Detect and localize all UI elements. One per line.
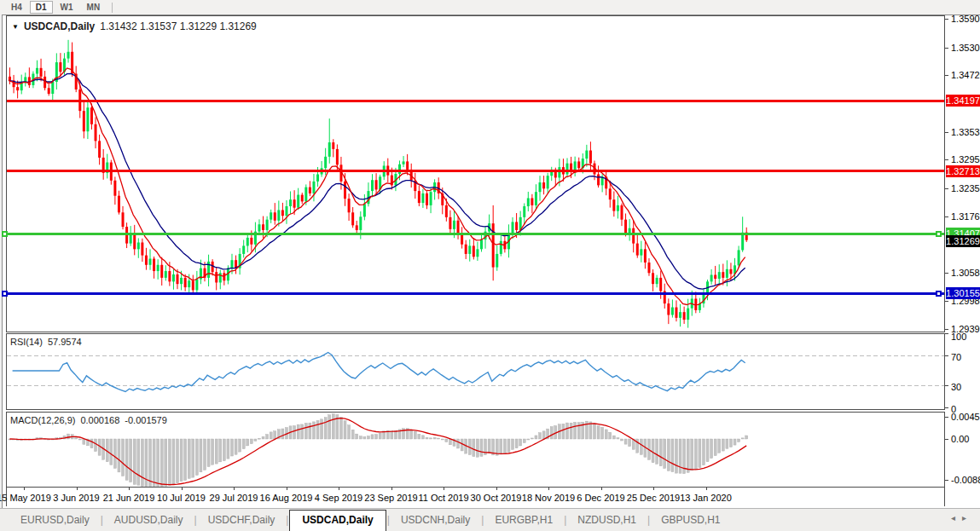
date-tick-mark [391,488,392,490]
date-label: 29 Jul 2019 [210,493,258,503]
date-tick-mark [182,488,183,490]
tab-eurgbp-h1[interactable]: EURGBP,H1 [484,511,563,529]
y-axis-label: 1.35305 [951,43,980,53]
rsi-axis-tick-mark [945,407,948,408]
current-price-box: 1.31269 [946,235,980,247]
line-handle[interactable] [936,231,942,237]
macd-label: MACD(12,26,9) 0.000168 -0.001579 [10,415,167,425]
line-handle[interactable] [936,291,942,297]
rsi-plot[interactable] [6,333,945,410]
rsi-label: RSI(14) 57.9574 [10,337,82,347]
date-tick-mark [706,488,707,490]
y-axis-tick-mark [945,48,948,49]
ohlc-values: 1.31432 1.31537 1.31229 1.31269 [100,20,257,32]
date-label: 3 Jun 2019 [53,493,99,503]
date-tick-mark [234,488,235,490]
main-chart-plot[interactable] [6,15,945,332]
date-tick-mark [287,488,287,490]
price-line-1.31407[interactable] [7,233,944,235]
price-line-1.30155[interactable] [7,292,944,295]
rsi-value: 57.9574 [48,337,82,347]
date-label: 16 Aug 2019 [260,493,313,503]
macd-axis-tick-mark [945,417,948,418]
y-axis-label: 1.31765 [951,211,980,222]
y-axis-tick-mark [945,159,948,160]
price-line-1.32713[interactable] [7,170,944,172]
macd-axis-label: -0.008892 [951,475,980,485]
macd-value-signal: -0.001579 [125,415,167,425]
timeframe-button-w1[interactable]: W1 [55,1,79,14]
date-tick-mark [129,488,130,490]
date-label: 11 Oct 2019 [418,493,468,503]
timeframe-toolbar: H4D1W1MN [0,0,980,14]
rsi-axis-label: 30 [951,382,961,392]
y-axis-tick-mark [945,75,948,76]
macd-value-main: 0.000168 [80,415,119,425]
tab-nzdusd-h1[interactable]: NZDUSD,H1 [567,511,647,529]
symbol-label: USDCAD,Daily [24,20,95,32]
terminal-window: H4D1W1MN ▼ USDCAD,Daily 1.31432 1.31537 … [0,0,980,531]
y-axis-label: 1.30580 [951,268,980,278]
price-line-box: 1.32713 [946,165,980,177]
toolbar-separator [112,3,113,13]
timeframe-button-d1[interactable]: D1 [30,1,53,14]
rsi-axis-tick-mark [945,385,948,386]
y-axis-tick-mark [945,132,948,133]
line-handle[interactable] [2,291,8,297]
macd-axis-tick-mark [945,480,948,481]
rsi-axis-tick-mark [945,333,948,334]
tab-usdcad-daily[interactable]: USDCAD,Daily [289,510,386,531]
y-axis-label: 1.33535 [951,127,980,137]
date-tick-mark [339,488,339,490]
macd-axis-label: 0.00 [951,434,969,444]
symbol-dropdown-icon[interactable]: ▼ [12,23,19,31]
tab-scroll-arrows[interactable]: ◂▸ [951,513,973,522]
tab-usdchf-daily[interactable]: USDCHF,Daily [198,511,286,529]
timeframe-button-h4[interactable]: H4 [5,1,28,14]
line-handle[interactable] [2,231,8,237]
date-label: 30 Oct 2019 [471,493,522,503]
date-tick-mark [653,488,654,490]
y-axis-label: 1.32350 [951,183,980,193]
timeframe-button-mn[interactable]: MN [81,1,107,14]
price-line-1.34197[interactable] [7,100,944,102]
date-tick-mark [444,488,444,490]
y-axis-tick-mark [945,329,948,330]
tab-gbpusd-h1[interactable]: GBPUSD,H1 [651,511,730,529]
tab-scroll-left-icon[interactable]: ◂ [951,513,962,522]
rsi-axis-tick-mark [945,355,948,356]
y-axis-tick-mark [945,273,948,274]
date-label: 6 Dec 2019 [577,493,624,503]
date-tick-mark [496,488,497,490]
date-tick-mark [77,488,78,490]
date-label: 13 Jan 2020 [680,493,732,503]
symbol-tab-bar: EURUSD,Daily|AUDUSD,Daily|USDCHF,Daily|U… [0,508,980,531]
y-axis-tick-mark [945,19,948,20]
tab-eurusd-daily[interactable]: EURUSD,Daily [10,511,100,529]
chart-title: ▼ USDCAD,Daily 1.31432 1.31537 1.31229 1… [12,20,257,32]
y-axis-tick-mark [945,216,948,217]
date-label: 18 Nov 2019 [522,493,575,503]
date-label: 23 Sep 2019 [364,493,417,503]
date-label: 21 Jun 2019 [103,493,155,503]
date-label: 25 Dec 2019 [627,493,680,503]
rsi-axis-label: 100 [951,332,966,342]
price-line-box: 1.30155 [946,287,980,299]
y-axis-tick-mark [945,301,948,302]
date-tick-mark [24,488,25,490]
y-axis-label: 1.35905 [951,14,980,24]
tab-usdcnh-daily[interactable]: USDCNH,Daily [391,511,480,529]
date-tick-mark [601,488,602,490]
macd-name: MACD(12,26,9) [10,415,75,425]
macd-axis-label: 0.004572 [951,412,980,422]
tab-scroll-right-icon[interactable]: ▸ [962,513,973,522]
price-line-box: 1.34197 [946,95,980,107]
y-axis-label: 1.32950 [951,154,980,164]
macd-axis-tick-mark [945,439,948,440]
date-label: 10 Jul 2019 [157,493,206,503]
tab-audusd-daily[interactable]: AUDUSD,Daily [104,511,194,529]
rsi-name: RSI(14) [10,337,43,347]
y-axis-label: 1.34720 [951,70,980,80]
date-label: 4 Sep 2019 [315,493,362,503]
date-label: 15 May 2019 [0,493,51,503]
